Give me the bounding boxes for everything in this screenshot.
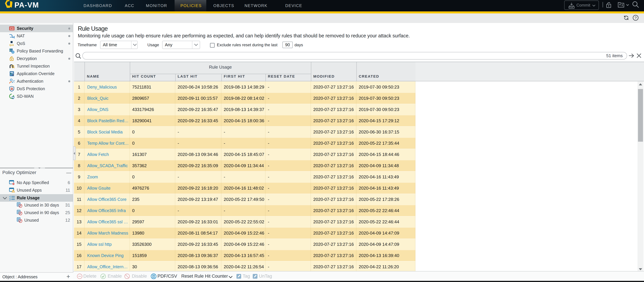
svg-text:QoS: QoS [10, 44, 14, 46]
svg-text:?: ? [634, 16, 636, 20]
